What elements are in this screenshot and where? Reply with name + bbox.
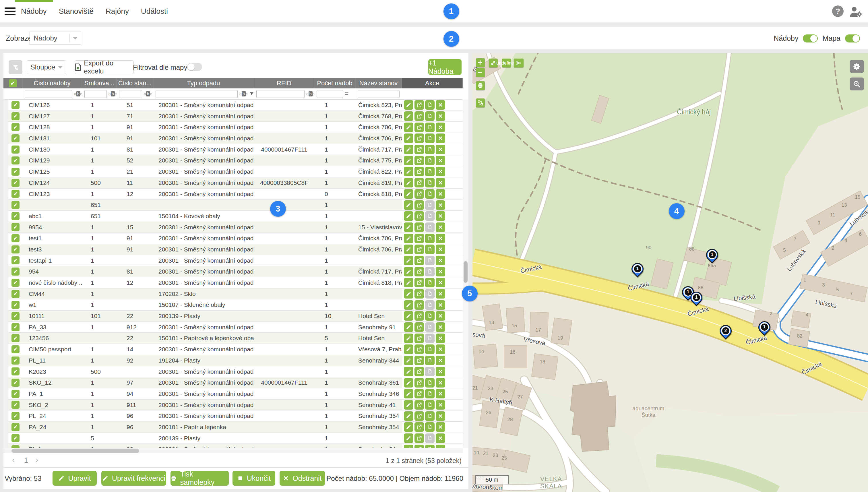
open-row-button[interactable] xyxy=(415,156,424,165)
copy-row-button[interactable] xyxy=(425,300,435,310)
user-settings-button[interactable] xyxy=(849,6,863,18)
view-select[interactable]: Nádoby xyxy=(30,31,81,45)
edit-row-button[interactable] xyxy=(404,389,413,398)
row-checkbox[interactable]: ✔ xyxy=(11,234,20,242)
delete-row-button[interactable] xyxy=(436,400,445,410)
open-row-button[interactable] xyxy=(415,334,424,343)
edit-row-button[interactable] xyxy=(404,123,413,132)
funnel-icon[interactable] xyxy=(249,92,254,96)
horizontal-scrollbar[interactable] xyxy=(3,448,463,453)
row-checkbox[interactable]: ✔ xyxy=(11,101,20,109)
open-row-button[interactable] xyxy=(415,233,424,243)
copy-row-button[interactable] xyxy=(425,422,435,432)
copy-row-button[interactable] xyxy=(425,123,435,132)
table-row[interactable]: ✔K2023500200301 - Směsný komunální odpad… xyxy=(3,366,463,377)
ukon-it-button[interactable]: Ukončit xyxy=(232,471,275,486)
open-row-button[interactable] xyxy=(415,400,424,410)
copy-row-button[interactable] xyxy=(425,211,435,221)
table-row[interactable]: ✔PL_24196200301 - Směsný komunální odpad… xyxy=(3,411,463,422)
text-filter-operator-icon[interactable]: abc xyxy=(306,92,314,96)
copy-row-button[interactable] xyxy=(425,322,435,332)
row-checkbox[interactable]: ✔ xyxy=(11,156,20,165)
clear-filter-button[interactable] xyxy=(8,60,22,74)
copy-row-button[interactable] xyxy=(425,189,435,199)
open-row-button[interactable] xyxy=(415,100,424,109)
edit-row-button[interactable] xyxy=(404,322,413,332)
edit-row-button[interactable] xyxy=(404,145,413,154)
copy-row-button[interactable] xyxy=(425,133,435,143)
open-row-button[interactable] xyxy=(415,289,424,298)
copy-row-button[interactable] xyxy=(425,445,435,448)
nav-tab-stanoviště[interactable]: Stanoviště xyxy=(59,0,94,22)
column-header-6[interactable]: Počet nádob xyxy=(314,78,355,89)
row-checkbox[interactable]: ✔ xyxy=(11,378,20,387)
row-checkbox[interactable]: ✔ xyxy=(11,390,20,398)
delete-row-button[interactable] xyxy=(436,245,445,254)
delete-row-button[interactable] xyxy=(436,100,445,109)
table-row[interactable]: ✔nové číslo nádoby ...112200301 - Směsný… xyxy=(3,277,463,289)
table-row[interactable]: ✔CIM125121200301 - Směsný komunální odpa… xyxy=(3,166,463,177)
edit-row-button[interactable] xyxy=(404,411,413,421)
map-canvas[interactable] xyxy=(472,53,868,492)
row-checkbox[interactable]: ✔ xyxy=(11,334,20,342)
delete-row-button[interactable] xyxy=(436,189,445,199)
open-row-button[interactable] xyxy=(415,278,424,287)
open-row-button[interactable] xyxy=(415,300,424,310)
print-button[interactable] xyxy=(476,81,485,90)
odstranit-button[interactable]: Odstranit xyxy=(279,471,325,486)
menu-icon[interactable] xyxy=(5,7,16,15)
filter-input-col-4[interactable] xyxy=(155,90,238,98)
delete-row-button[interactable] xyxy=(436,167,445,176)
edit-row-button[interactable] xyxy=(404,133,413,143)
row-checkbox[interactable]: ✔ xyxy=(11,268,20,275)
filter-input-col-5[interactable] xyxy=(256,90,304,98)
copy-row-button[interactable] xyxy=(425,411,435,421)
row-checkbox[interactable]: ✔ xyxy=(11,423,20,431)
delete-row-button[interactable] xyxy=(436,311,445,321)
table-row[interactable]: ✔PL_11192191204 - Plasty1Senohraby 344 xyxy=(3,355,463,366)
row-checkbox[interactable]: ✔ xyxy=(11,345,20,353)
delete-row-button[interactable] xyxy=(436,389,445,398)
cut-button[interactable] xyxy=(514,58,524,68)
table-row[interactable]: ✔CIM50 passport114200301 - Směsný komuná… xyxy=(3,344,463,355)
table-row[interactable]: ✔CIM123112200301 - Směsný komunální odpa… xyxy=(3,189,463,200)
row-checkbox[interactable]: ✔ xyxy=(11,123,20,131)
row-checkbox[interactable]: ✔ xyxy=(11,412,20,420)
edit-row-button[interactable] xyxy=(404,311,413,321)
delete-row-button[interactable] xyxy=(436,355,445,365)
row-checkbox[interactable]: ✔ xyxy=(11,312,20,320)
current-page[interactable]: 1 xyxy=(24,456,28,464)
delete-row-button[interactable] xyxy=(436,200,445,210)
select-polygon-button[interactable] xyxy=(476,98,485,107)
zoom-in-button[interactable] xyxy=(476,58,485,67)
delete-row-button[interactable] xyxy=(436,445,445,448)
row-checkbox[interactable]: ✔ xyxy=(11,301,20,309)
copy-row-button[interactable] xyxy=(425,245,435,254)
text-filter-operator-icon[interactable]: abc xyxy=(144,92,152,96)
delete-row-button[interactable] xyxy=(436,156,445,165)
table-row[interactable]: ✔CIM129152200301 - Směsný komunální odpa… xyxy=(3,155,463,166)
row-checkbox[interactable]: ✔ xyxy=(11,245,20,253)
edit-row-button[interactable] xyxy=(404,400,413,410)
filter-input-col-6[interactable] xyxy=(317,90,343,98)
delete-row-button[interactable] xyxy=(436,211,445,221)
table-row[interactable]: ✔w11150107 - Skleněné obaly1 xyxy=(3,299,463,311)
next-page-button[interactable]: › xyxy=(35,455,38,464)
copy-row-button[interactable] xyxy=(425,267,435,276)
open-row-button[interactable] xyxy=(415,378,424,388)
table-row[interactable]: ✔CIM13110191200301 - Směsný komunální od… xyxy=(3,133,463,144)
delete-row-button[interactable] xyxy=(436,256,445,265)
copy-row-button[interactable] xyxy=(425,233,435,243)
zoom-out-button[interactable] xyxy=(476,68,485,77)
edit-row-button[interactable] xyxy=(404,156,413,165)
mapa-toggle[interactable] xyxy=(845,34,860,43)
edit-row-button[interactable] xyxy=(404,422,413,432)
delete-row-button[interactable] xyxy=(436,278,445,287)
open-row-button[interactable] xyxy=(415,178,424,188)
table-row[interactable]: ✔12345622150101 - Papírové a lepenkové o… xyxy=(3,333,463,344)
edit-row-button[interactable] xyxy=(404,189,413,199)
edit-row-button[interactable] xyxy=(404,434,413,443)
open-row-button[interactable] xyxy=(415,322,424,332)
row-checkbox[interactable]: ✔ xyxy=(11,279,20,287)
open-row-button[interactable] xyxy=(415,256,424,265)
